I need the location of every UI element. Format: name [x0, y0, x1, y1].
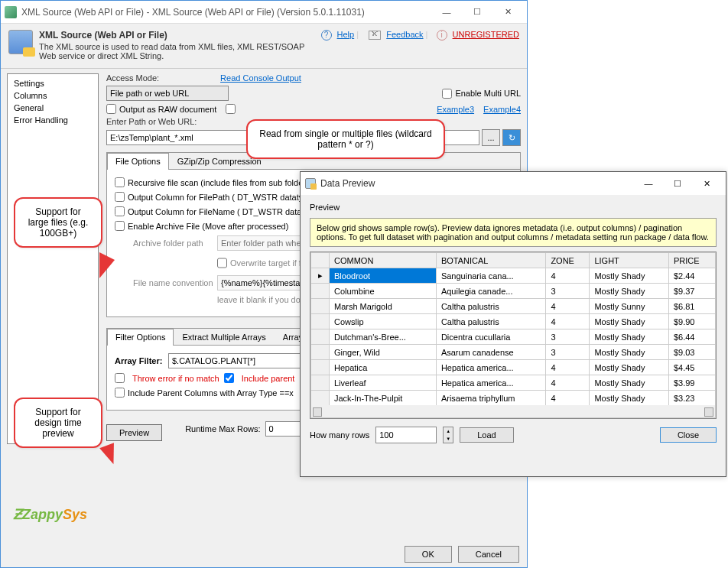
- minimize-button[interactable]: —: [431, 2, 462, 23]
- read-console-link[interactable]: Read Console Output: [220, 73, 301, 83]
- callout-wildcard: Read from single or multiple files (wild…: [246, 119, 445, 159]
- table-row[interactable]: Jack-In-The-PulpitArisaema triphyllum4Mo…: [311, 391, 716, 406]
- maximize-button[interactable]: ☐: [462, 2, 492, 23]
- recursive-checkbox[interactable]: [115, 177, 125, 187]
- table-row[interactable]: CowslipCaltha palustris4Mostly Shady$9.9…: [311, 314, 716, 329]
- header-links: ? Help | Feedback | i UNREGISTERED: [315, 30, 520, 41]
- help-icon: ?: [321, 30, 332, 41]
- sidebar-item-general[interactable]: General: [11, 102, 95, 114]
- sidebar-item-columns[interactable]: Columns: [11, 89, 95, 102]
- runtime-rows-input[interactable]: [265, 421, 304, 437]
- preview-window-title: Data Preview: [320, 178, 634, 189]
- rows-spinner[interactable]: ▲▼: [443, 427, 453, 443]
- recursive-label: Recursive file scan (include files from …: [128, 178, 313, 187]
- raw-extra-checkbox[interactable]: [226, 104, 236, 114]
- runtime-rows-label: Runtime Max Rows:: [185, 424, 260, 433]
- filepath-col-checkbox[interactable]: [115, 192, 125, 202]
- sidebar-item-settings[interactable]: Settings: [11, 77, 95, 89]
- sidebar-item-error[interactable]: Error Handling: [11, 114, 95, 126]
- example3-link[interactable]: Example3: [437, 105, 474, 114]
- app-icon: [5, 6, 17, 18]
- preview-minimize-button[interactable]: —: [634, 173, 663, 194]
- filename-col-label: Output Column for FileName ( DT_WSTR dat…: [128, 207, 323, 216]
- page-description: The XML source is used to read data from…: [39, 42, 315, 60]
- feedback-link[interactable]: Feedback: [386, 30, 423, 39]
- preview-close-button[interactable]: ✕: [692, 173, 721, 194]
- table-row[interactable]: Ginger, WildAsarum canadense3Mostly Shad…: [311, 345, 716, 360]
- filename-col-checkbox[interactable]: [115, 206, 125, 216]
- browse-button[interactable]: ...: [482, 129, 500, 146]
- throw-error-checkbox[interactable]: [115, 373, 125, 383]
- table-row[interactable]: Dutchman's-Bree...Dicentra cucullaria3Mo…: [311, 329, 716, 345]
- preview-window-icon: [305, 178, 316, 189]
- include-parent-label: Include parent: [242, 374, 295, 383]
- tab-extract-arrays[interactable]: Extract Multiple Arrays: [174, 329, 274, 345]
- preview-note: Below grid shows sample row(s). Preview …: [310, 218, 717, 247]
- archive-checkbox[interactable]: [115, 221, 125, 231]
- table-row[interactable]: HepaticaHepatica america...4Mostly Shady…: [311, 360, 716, 375]
- overwrite-checkbox[interactable]: [217, 255, 227, 271]
- preview-subtitle: Preview: [310, 203, 717, 212]
- enable-multi-checkbox[interactable]: [442, 89, 452, 99]
- example4-link[interactable]: Example4: [483, 105, 521, 114]
- grid-header[interactable]: LIGHT: [590, 253, 668, 268]
- component-icon: [8, 30, 33, 54]
- close-button[interactable]: ✕: [492, 2, 523, 23]
- tab-file-options[interactable]: File Options: [107, 153, 169, 170]
- page-title: XML Source (Web API or File): [39, 30, 315, 41]
- unregistered-link[interactable]: UNREGISTERED: [453, 30, 519, 39]
- grid-header[interactable]: PRICE: [668, 253, 715, 268]
- how-many-rows-input[interactable]: [375, 427, 437, 443]
- titlebar: XML Source (Web API or File) - XML Sourc…: [1, 1, 527, 24]
- enter-path-label: Enter Path or Web URL:: [106, 117, 197, 126]
- how-many-rows-label: How many rows: [310, 430, 369, 440]
- preview-grid[interactable]: COMMONBOTANICALZONELIGHTPRICE▸BloodrootS…: [310, 252, 717, 419]
- help-link[interactable]: Help: [337, 30, 355, 39]
- load-button[interactable]: Load: [460, 427, 513, 443]
- divider: [1, 68, 527, 69]
- table-row[interactable]: ColumbineAquilegia canade...3Mostly Shad…: [311, 284, 716, 299]
- feedback-icon: [369, 31, 381, 40]
- preview-close-footer-button[interactable]: Close: [660, 427, 717, 443]
- preview-hscroll[interactable]: [310, 405, 716, 418]
- info-icon: i: [437, 30, 447, 41]
- output-raw-label: Output as RAW document: [119, 105, 216, 114]
- callout-preview: Support for design time preview: [14, 398, 102, 448]
- grid-header[interactable]: COMMON: [330, 253, 437, 268]
- preview-button[interactable]: Preview: [106, 424, 162, 441]
- output-raw-checkbox[interactable]: [106, 104, 116, 114]
- table-row[interactable]: Marsh MarigoldCaltha palustris4Mostly Su…: [311, 299, 716, 314]
- tab-filter-options[interactable]: Filter Options: [107, 329, 174, 346]
- include-parent-cols-checkbox[interactable]: [115, 388, 125, 398]
- ok-button[interactable]: OK: [405, 546, 452, 563]
- callout-large-files: Support for large files (e.g. 100GB+): [14, 197, 102, 248]
- filename-convention-label: File name convention: [133, 278, 217, 287]
- table-row[interactable]: LiverleafHepatica america...4Mostly Shad…: [311, 375, 716, 391]
- filepath-col-label: Output Column for FilePath ( DT_WSTR dat…: [128, 193, 317, 202]
- archive-folder-label: Archive folder path: [133, 239, 217, 248]
- archive-label: Enable Archive File (Move after processe…: [128, 222, 288, 231]
- array-filter-label: Array Filter:: [115, 356, 168, 365]
- refresh-button[interactable]: ↻: [502, 129, 521, 146]
- access-mode-select[interactable]: [106, 86, 229, 101]
- sidebar: Settings Columns General Error Handling: [7, 73, 99, 444]
- include-parent-checkbox[interactable]: [224, 373, 234, 383]
- grid-header[interactable]: BOTANICAL: [436, 253, 546, 268]
- table-row[interactable]: ▸BloodrootSanguinaria cana...4Mostly Sha…: [311, 268, 716, 284]
- preview-maximize-button[interactable]: ☐: [663, 173, 692, 194]
- include-parent-cols-label: Include Parent Columns with Array Type =…: [128, 388, 294, 398]
- access-mode-label: Access Mode:: [106, 73, 159, 83]
- header: XML Source (Web API or File) The XML sou…: [1, 24, 527, 67]
- data-preview-window: Data Preview — ☐ ✕ Preview Below grid sh…: [300, 171, 726, 477]
- enable-multi-label: Enable Multi URL: [455, 89, 521, 98]
- cancel-button[interactable]: Cancel: [458, 546, 519, 563]
- throw-error-label: Throw error if no match: [132, 374, 219, 383]
- window-title: XML Source (Web API or File) - XML Sourc…: [21, 7, 431, 18]
- grid-header[interactable]: ZONE: [546, 253, 590, 268]
- zappysys-logo: ƵZappySys: [13, 506, 87, 523]
